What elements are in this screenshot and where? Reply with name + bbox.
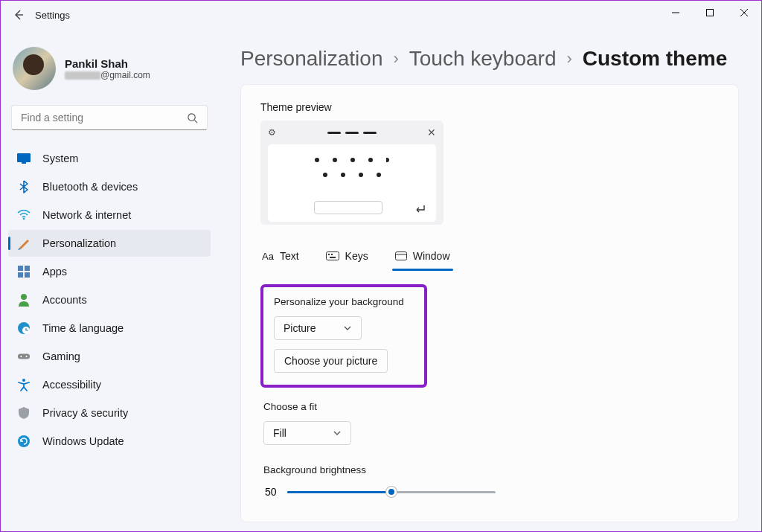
sidebar-item-network[interactable]: Network & internet bbox=[8, 202, 211, 228]
sidebar-item-system[interactable]: System bbox=[8, 145, 211, 172]
keyboard-icon bbox=[326, 251, 339, 260]
paintbrush-icon bbox=[17, 237, 31, 250]
drag-handle-icon bbox=[327, 132, 377, 134]
choose-fit-label: Choose a fit bbox=[263, 401, 719, 412]
sidebar-item-bluetooth[interactable]: Bluetooth & devices bbox=[8, 173, 211, 200]
sidebar-item-personalization[interactable]: Personalization bbox=[8, 230, 211, 257]
profile[interactable]: Pankil Shah @gmail.com bbox=[8, 38, 211, 103]
personalize-bg-label: Personalize your background bbox=[274, 296, 414, 307]
chevron-right-icon: › bbox=[393, 49, 398, 68]
svg-point-4 bbox=[23, 218, 25, 220]
main-content: Personalization › Touch keyboard › Custo… bbox=[218, 29, 761, 531]
svg-rect-8 bbox=[25, 272, 30, 278]
svg-rect-17 bbox=[326, 252, 339, 260]
sidebar-item-gaming[interactable]: Gaming bbox=[8, 343, 211, 370]
svg-rect-19 bbox=[331, 254, 333, 255]
svg-rect-21 bbox=[395, 252, 406, 260]
wifi-icon bbox=[17, 208, 31, 222]
svg-rect-5 bbox=[18, 266, 23, 271]
minimize-button[interactable] bbox=[659, 1, 693, 25]
chevron-down-icon bbox=[343, 325, 352, 331]
svg-point-14 bbox=[26, 356, 28, 357]
gear-icon: ⚙ bbox=[268, 127, 276, 138]
enter-icon bbox=[414, 204, 426, 214]
background-type-dropdown[interactable]: Picture bbox=[274, 316, 362, 340]
sidebar-item-privacy[interactable]: Privacy & security bbox=[8, 400, 211, 426]
slider-thumb[interactable] bbox=[386, 487, 397, 497]
person-icon bbox=[17, 293, 31, 307]
accessibility-icon bbox=[17, 378, 31, 391]
tab-keys[interactable]: Keys bbox=[324, 244, 370, 268]
svg-rect-0 bbox=[707, 10, 714, 16]
tab-text[interactable]: Aa Text bbox=[260, 244, 301, 268]
titlebar: Settings bbox=[1, 1, 761, 29]
fit-dropdown[interactable]: Fill bbox=[263, 421, 351, 445]
svg-point-15 bbox=[22, 379, 25, 382]
breadcrumb-lvl2[interactable]: Touch keyboard bbox=[409, 47, 557, 71]
brightness-slider[interactable] bbox=[287, 484, 496, 499]
breadcrumb: Personalization › Touch keyboard › Custo… bbox=[240, 47, 739, 71]
sidebar-item-accounts[interactable]: Accounts bbox=[8, 286, 211, 313]
bluetooth-icon bbox=[17, 180, 31, 193]
brightness-value: 50 bbox=[265, 486, 277, 498]
close-button[interactable] bbox=[727, 1, 761, 25]
profile-email: @gmail.com bbox=[65, 70, 150, 80]
svg-rect-7 bbox=[18, 272, 23, 278]
close-icon: ✕ bbox=[427, 126, 436, 138]
svg-point-13 bbox=[20, 356, 22, 357]
search-input[interactable] bbox=[21, 112, 187, 124]
svg-rect-12 bbox=[18, 353, 30, 359]
svg-point-16 bbox=[18, 435, 30, 447]
preview-keyboard bbox=[268, 144, 436, 222]
update-icon bbox=[17, 435, 31, 448]
svg-rect-18 bbox=[328, 254, 330, 255]
choose-picture-button[interactable]: Choose your picture bbox=[274, 349, 388, 373]
back-button[interactable] bbox=[7, 3, 31, 27]
search-box[interactable] bbox=[11, 105, 208, 130]
chevron-right-icon: › bbox=[566, 49, 572, 68]
maximize-button[interactable] bbox=[693, 1, 727, 25]
shield-icon bbox=[17, 406, 31, 420]
sidebar-item-time[interactable]: Time & language bbox=[8, 315, 211, 342]
window-title: Settings bbox=[35, 10, 70, 21]
breadcrumb-current: Custom theme bbox=[583, 47, 727, 71]
svg-rect-3 bbox=[22, 162, 26, 164]
nav-list: System Bluetooth & devices Network & int… bbox=[8, 145, 211, 455]
profile-name: Pankil Shah bbox=[65, 57, 150, 70]
svg-rect-2 bbox=[17, 153, 31, 162]
sidebar: Pankil Shah @gmail.com System Bluetooth … bbox=[1, 29, 218, 531]
text-aa-icon: Aa bbox=[262, 251, 274, 262]
svg-rect-20 bbox=[330, 257, 336, 258]
monitor-icon bbox=[17, 152, 31, 165]
tab-bar: Aa Text Keys Window bbox=[260, 244, 719, 268]
tab-window[interactable]: Window bbox=[394, 244, 452, 268]
sidebar-item-apps[interactable]: Apps bbox=[8, 258, 211, 285]
highlighted-section: Personalize your background Picture Choo… bbox=[260, 284, 427, 388]
gamepad-icon bbox=[17, 350, 31, 363]
brightness-label: Background brightness bbox=[263, 464, 719, 475]
search-icon bbox=[187, 112, 198, 124]
globe-clock-icon bbox=[17, 321, 31, 335]
apps-icon bbox=[17, 265, 31, 278]
window-icon bbox=[395, 251, 407, 260]
breadcrumb-lvl1[interactable]: Personalization bbox=[240, 47, 382, 71]
sidebar-item-accessibility[interactable]: Accessibility bbox=[8, 371, 211, 398]
svg-rect-6 bbox=[25, 266, 30, 271]
theme-preview-label: Theme preview bbox=[260, 101, 719, 113]
avatar bbox=[13, 47, 56, 90]
content-card: Theme preview ⚙ ✕ Aa Text bbox=[240, 84, 739, 522]
sidebar-item-update[interactable]: Windows Update bbox=[8, 428, 211, 455]
chevron-down-icon bbox=[333, 430, 342, 436]
svg-point-9 bbox=[21, 294, 27, 300]
theme-preview: ⚙ ✕ bbox=[260, 121, 444, 225]
svg-point-1 bbox=[188, 113, 195, 120]
